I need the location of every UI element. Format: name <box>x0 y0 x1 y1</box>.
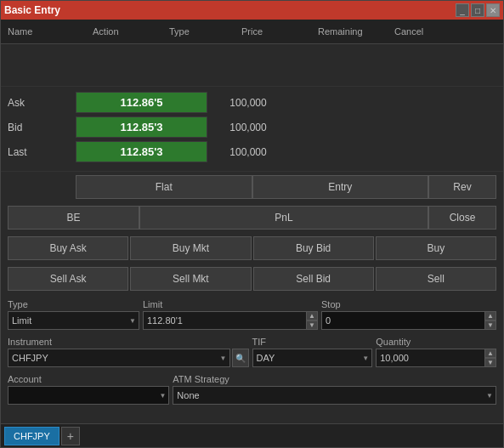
tif-group: TIF DAY <box>252 337 373 367</box>
buy-buttons-row: Buy Ask Buy Mkt Buy Bid Buy <box>1 233 503 264</box>
limit-input[interactable] <box>143 311 318 330</box>
stop-label: Stop <box>321 299 496 309</box>
sell-button[interactable]: Sell <box>376 267 496 291</box>
buy-button[interactable]: Buy <box>376 236 496 260</box>
account-label: Account <box>8 374 169 384</box>
instrument-group: Instrument CHFJPY 🔍 <box>8 337 249 367</box>
instrument-search-button[interactable]: 🔍 <box>232 349 249 367</box>
quantity-step-down[interactable]: ▼ <box>484 358 496 367</box>
account-select[interactable] <box>8 386 169 405</box>
ask-value: 112.86'5 <box>76 92 207 113</box>
type-label: Type <box>8 299 139 309</box>
add-tab-button[interactable]: + <box>61 427 80 445</box>
last-qty: 100,000 <box>214 146 282 158</box>
close-button[interactable]: ✕ <box>486 3 500 17</box>
entry-button[interactable]: Entry <box>252 175 429 199</box>
ask-row: Ask 112.86'5 100,000 <box>8 92 496 113</box>
sell-buttons-row: Sell Ask Sell Mkt Sell Bid Sell <box>1 264 503 294</box>
buy-bid-button[interactable]: Buy Bid <box>253 236 374 260</box>
pnl-button[interactable]: PnL <box>139 206 428 230</box>
col-action: Action <box>86 23 162 40</box>
bid-qty: 100,000 <box>214 122 282 133</box>
instrument-tif-qty-row: Instrument CHFJPY 🔍 TIF DAY Quantity <box>1 335 503 369</box>
atm-strategy-group: ATM Strategy None <box>173 374 496 405</box>
last-value: 112.85'3 <box>76 141 207 162</box>
col-price: Price <box>235 23 311 40</box>
type-group: Type Limit <box>8 299 139 330</box>
rev-button[interactable]: Rev <box>428 175 496 199</box>
window-title: Basic Entry <box>4 4 60 16</box>
quantity-label: Quantity <box>376 337 496 347</box>
stop-step-up[interactable]: ▲ <box>484 311 496 320</box>
type-select[interactable]: Limit <box>8 311 139 330</box>
tab-chfjpy[interactable]: CHFJPY <box>4 427 59 445</box>
bid-row: Bid 112.85'3 100,000 <box>8 116 496 138</box>
atm-strategy-select[interactable]: None <box>173 386 496 405</box>
data-rows-empty <box>1 44 503 87</box>
bid-label: Bid <box>8 122 76 133</box>
flat-entry-rev-row: Flat Entry Rev <box>1 171 503 202</box>
title-bar: Basic Entry _ □ ✕ <box>1 1 503 20</box>
stop-step-down[interactable]: ▼ <box>484 320 496 330</box>
limit-step-down[interactable]: ▼ <box>306 320 318 330</box>
sell-bid-button[interactable]: Sell Bid <box>253 267 374 291</box>
type-limit-stop-row: Type Limit Limit ▲ ▼ Stop ▲ <box>1 298 503 332</box>
instrument-label: Instrument <box>8 337 249 347</box>
col-cancel: Cancel <box>388 23 456 40</box>
atm-strategy-label: ATM Strategy <box>173 374 496 384</box>
quantity-input[interactable] <box>376 349 496 367</box>
bid-value: 112.85'3 <box>76 116 207 138</box>
ask-label: Ask <box>8 97 76 109</box>
buy-ask-button[interactable]: Buy Ask <box>8 236 128 260</box>
close-positions-button[interactable]: Close <box>428 206 496 230</box>
account-group: Account <box>8 374 169 405</box>
sell-mkt-button[interactable]: Sell Mkt <box>130 267 251 291</box>
table-header: Name Action Type Price Remaining Cancel <box>1 20 503 44</box>
flat-button[interactable]: Flat <box>76 175 252 199</box>
main-window: Basic Entry _ □ ✕ Name Action Type Price… <box>0 0 504 448</box>
quantity-group: Quantity ▲ ▼ <box>376 337 496 367</box>
col-name: Name <box>1 23 86 40</box>
maximize-button[interactable]: □ <box>471 3 484 17</box>
tab-bar: CHFJPY + <box>1 423 503 447</box>
col-type: Type <box>162 23 235 40</box>
minimize-button[interactable]: _ <box>456 3 469 17</box>
last-row: Last 112.85'3 100,000 <box>8 141 496 162</box>
ask-qty: 100,000 <box>214 97 282 109</box>
limit-group: Limit ▲ ▼ <box>143 299 318 330</box>
col-remaining: Remaining <box>311 23 388 40</box>
last-label: Last <box>8 146 76 158</box>
price-section: Ask 112.86'5 100,000 Bid 112.85'3 100,00… <box>1 87 503 171</box>
buy-mkt-button[interactable]: Buy Mkt <box>130 236 251 260</box>
sell-ask-button[interactable]: Sell Ask <box>8 267 128 291</box>
tif-label: TIF <box>252 337 373 347</box>
tif-select[interactable]: DAY <box>252 349 373 367</box>
limit-label: Limit <box>143 299 318 309</box>
limit-step-up[interactable]: ▲ <box>306 311 318 320</box>
stop-group: Stop ▲ ▼ <box>321 299 496 330</box>
be-button[interactable]: BE <box>8 206 139 230</box>
be-pnl-close-row: BE PnL Close <box>1 202 503 233</box>
account-atm-row: Account ATM Strategy None <box>1 372 503 406</box>
instrument-select[interactable]: CHFJPY <box>8 349 230 367</box>
spacer1 <box>8 175 76 199</box>
quantity-step-up[interactable]: ▲ <box>484 349 496 358</box>
stop-input[interactable] <box>321 311 496 330</box>
window-controls: _ □ ✕ <box>456 3 500 17</box>
